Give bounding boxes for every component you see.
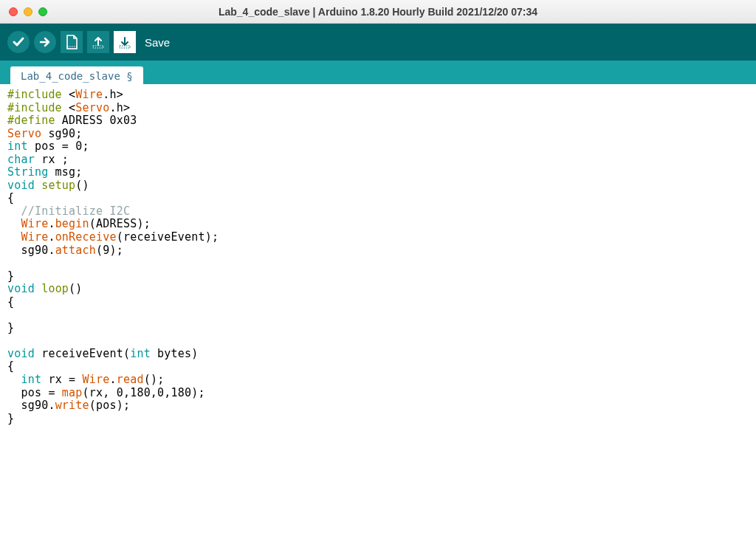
code-line: } bbox=[7, 322, 749, 335]
svg-rect-2 bbox=[120, 46, 130, 48]
new-button[interactable] bbox=[61, 31, 83, 53]
tabbar: Lab_4_code_slave § bbox=[0, 61, 756, 84]
tab-sketch[interactable]: Lab_4_code_slave § bbox=[10, 66, 143, 84]
code-line: Servo sg90; bbox=[7, 128, 749, 141]
code-line: #define ADRESS 0x03 bbox=[7, 114, 749, 128]
verify-button[interactable] bbox=[7, 31, 30, 53]
code-line: int pos = 0; bbox=[7, 140, 749, 154]
upload-button[interactable] bbox=[34, 31, 56, 53]
code-line: char rx ; bbox=[7, 154, 749, 167]
code-line: { bbox=[7, 360, 749, 374]
code-line bbox=[7, 257, 749, 270]
open-button[interactable] bbox=[87, 31, 109, 53]
close-icon[interactable] bbox=[9, 7, 18, 16]
window-controls bbox=[9, 7, 47, 16]
window-title: Lab_4_code_slave | Arduino 1.8.20 Hourly… bbox=[219, 6, 537, 18]
code-line: String msg; bbox=[7, 166, 749, 179]
code-line bbox=[7, 309, 749, 322]
save-button[interactable] bbox=[114, 31, 136, 53]
code-line: #include <Servo.h> bbox=[7, 102, 749, 115]
save-label: Save bbox=[145, 36, 170, 49]
code-line bbox=[7, 334, 749, 348]
code-line: } bbox=[7, 413, 749, 426]
code-line: { bbox=[7, 296, 749, 309]
titlebar: Lab_4_code_slave | Arduino 1.8.20 Hourly… bbox=[0, 0, 756, 24]
code-line: } bbox=[7, 270, 749, 283]
code-line: { bbox=[7, 192, 749, 205]
tab-label: Lab_4_code_slave § bbox=[21, 70, 133, 82]
code-line: sg90.attach(9); bbox=[7, 244, 749, 258]
svg-rect-1 bbox=[93, 46, 103, 48]
code-line: pos = map(rx, 0,180,0,180); bbox=[7, 387, 749, 400]
code-editor[interactable]: #include <Wire.h>#include <Servo.h>#defi… bbox=[0, 84, 756, 430]
code-line: #include <Wire.h> bbox=[7, 89, 749, 102]
code-line: void receiveEvent(int bytes) bbox=[7, 348, 749, 361]
code-line: int rx = Wire.read(); bbox=[7, 374, 749, 387]
toolbar: Save bbox=[0, 24, 756, 61]
code-line: sg90.write(pos); bbox=[7, 399, 749, 413]
code-line: void loop() bbox=[7, 283, 749, 296]
code-line: Wire.begin(ADRESS); bbox=[7, 218, 749, 231]
code-line: void setup() bbox=[7, 179, 749, 193]
code-line: Wire.onReceive(receiveEvent); bbox=[7, 231, 749, 244]
maximize-icon[interactable] bbox=[38, 7, 47, 16]
code-line: //Initialize I2C bbox=[7, 205, 749, 219]
minimize-icon[interactable] bbox=[24, 7, 32, 16]
